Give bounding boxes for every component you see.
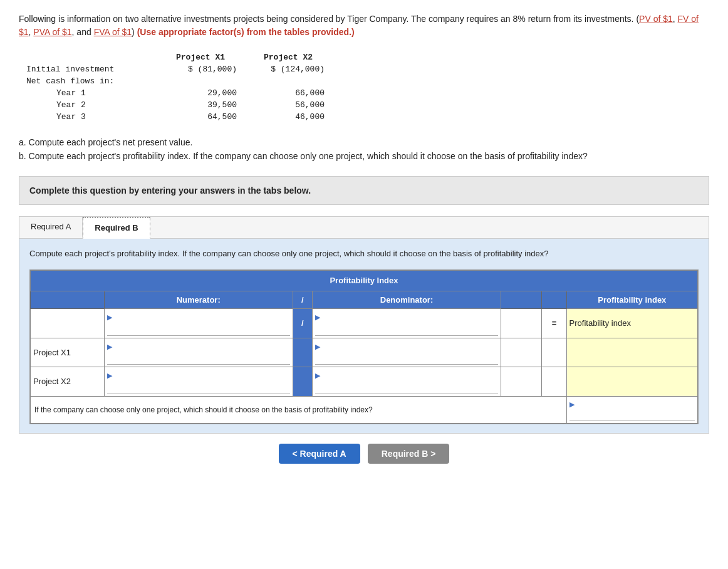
pi-x2-empty xyxy=(501,367,541,397)
year1-label: Year 1 xyxy=(19,87,157,99)
tri-marker-4: ▶ xyxy=(315,343,320,350)
pi-x2-slash xyxy=(293,367,312,397)
year3-x1: 64,500 xyxy=(157,111,244,123)
pi-x1-empty xyxy=(501,338,541,367)
table-label-header xyxy=(19,51,157,63)
table-row-initial: Initial investment $ (81,000) $ (124,000… xyxy=(19,63,332,75)
tab-required-a[interactable]: Required A xyxy=(19,217,83,238)
pva-link[interactable]: PVA of $1 xyxy=(33,27,71,37)
pi-slash-row: / xyxy=(293,309,312,338)
pi-slash-header: / xyxy=(293,291,312,309)
year2-x1: 39,500 xyxy=(157,99,244,111)
pi-x1-numerator-input[interactable] xyxy=(107,352,290,365)
year3-x2: 46,000 xyxy=(244,111,332,123)
intro-paragraph: Following is information on two alternat… xyxy=(19,13,709,39)
pi-sub-header-row: Numerator: / Denominator: Profitability … xyxy=(31,291,698,309)
pi-choose-row: If the company can choose only one proje… xyxy=(31,396,698,423)
pi-blank-col xyxy=(501,309,541,338)
pi-x2-result xyxy=(566,367,697,397)
pi-x2-numerator-input[interactable] xyxy=(107,382,290,394)
pi-x2-denominator-input[interactable] xyxy=(315,382,498,394)
pi-blank-input-row: ▶ / ▶ = Profitability index xyxy=(31,309,698,338)
sep1: , xyxy=(673,14,678,24)
tri-marker-2: ▶ xyxy=(315,313,320,321)
project-x2-header: Project X2 xyxy=(244,51,332,63)
pi-denom-input-blank[interactable]: ▶ xyxy=(313,309,501,338)
tri-marker-3: ▶ xyxy=(107,343,112,350)
tri-marker-6: ▶ xyxy=(315,372,320,379)
project-x1-header: Project X1 xyxy=(157,51,244,63)
pi-equals-cell: = xyxy=(542,309,566,338)
pi-x1-slash xyxy=(293,338,312,367)
pi-table: Profitability Index Numerator: / Denomin… xyxy=(30,270,698,424)
pi-empty-header xyxy=(31,291,105,309)
net-cash-label: Net cash flows in: xyxy=(19,75,157,87)
pi-x1-equals-empty xyxy=(542,338,566,367)
pi-x2-denominator-cell[interactable]: ▶ xyxy=(313,367,501,397)
pi-x1-result xyxy=(566,338,697,367)
pi-result-header: Profitability index xyxy=(566,291,697,309)
tri-marker-5: ▶ xyxy=(107,372,112,379)
table-row-year2: Year 2 39,500 56,000 xyxy=(19,99,332,111)
initial-x2-value: $ (124,000) xyxy=(244,63,332,75)
year3-label: Year 3 xyxy=(19,111,157,123)
prev-required-a-button[interactable]: < Required A xyxy=(279,444,360,464)
year1-x1: 29,000 xyxy=(157,87,244,99)
pv-link[interactable]: PV of $1 xyxy=(639,14,673,24)
choose-question: If the company can choose only one proje… xyxy=(31,396,567,423)
table-row-netcash: Net cash flows in: xyxy=(19,75,332,87)
year2-x2: 56,000 xyxy=(244,99,332,111)
pi-result-blank: Profitability index xyxy=(566,309,697,338)
tab-description: Compute each project's profitability ind… xyxy=(29,248,699,260)
question-b: b. Compute each project's profitability … xyxy=(19,149,709,163)
intro-text-1: Following is information on two alternat… xyxy=(19,14,639,24)
fva-link[interactable]: FVA of $1 xyxy=(94,27,132,37)
next-required-b-button[interactable]: Required B > xyxy=(368,444,450,464)
pi-project-x1-row: Project X1 ▶ ▶ xyxy=(31,338,698,367)
sep3: , and xyxy=(72,27,94,37)
pi-denominator-header: Denominator: xyxy=(313,291,501,309)
tri-marker-7: ▶ xyxy=(569,400,575,408)
pi-table-wrapper: Profitability Index Numerator: / Denomin… xyxy=(29,269,699,424)
questions-section: a. Compute each project's net present va… xyxy=(19,135,709,164)
pi-result-label-inline: Profitability index xyxy=(569,318,631,328)
tabs-container: Required A Required B Compute each proje… xyxy=(19,216,709,434)
instruction-text: Complete this question by entering your … xyxy=(29,185,311,196)
initial-x1-value: $ (81,000) xyxy=(157,63,244,75)
pi-equals-header xyxy=(542,291,566,309)
pi-title-row: Profitability Index xyxy=(31,271,698,291)
pi-num-input-blank[interactable]: ▶ xyxy=(104,309,293,338)
table-row-year1: Year 1 29,000 66,000 xyxy=(19,87,332,99)
tri-marker-1: ▶ xyxy=(107,313,112,321)
question-a: a. Compute each project's net present va… xyxy=(19,135,709,149)
pi-x2-equals-empty xyxy=(542,367,566,397)
tabs-row: Required A Required B xyxy=(19,217,709,239)
pi-blank-label xyxy=(31,309,105,338)
tab-content-required-b: Compute each project's profitability ind… xyxy=(19,239,709,433)
bold-instruction: (Use appropriate factor(s) from the tabl… xyxy=(137,27,355,37)
tab-required-b[interactable]: Required B xyxy=(83,217,150,239)
choose-answer-input[interactable] xyxy=(569,411,695,420)
data-table: Project X1 Project X2 Initial investment… xyxy=(19,51,332,123)
pi-project-x2-row: Project X2 ▶ ▶ xyxy=(31,367,698,397)
pi-denominator-blank-input[interactable] xyxy=(315,323,498,336)
initial-investment-label: Initial investment xyxy=(19,63,157,75)
bottom-nav: < Required A Required B > xyxy=(19,444,709,464)
year2-label: Year 2 xyxy=(19,99,157,111)
year1-x2: 66,000 xyxy=(244,87,332,99)
pi-choose-answer-cell[interactable]: ▶ xyxy=(566,396,697,423)
pi-title: Profitability Index xyxy=(31,271,698,291)
pi-x1-denominator-input[interactable] xyxy=(315,352,498,365)
pi-x1-numerator-cell[interactable]: ▶ xyxy=(104,338,293,367)
pi-numerator-blank-input[interactable] xyxy=(107,323,290,336)
net-cash-x1 xyxy=(157,75,244,87)
pi-x1-label: Project X1 xyxy=(31,338,105,367)
net-cash-x2 xyxy=(244,75,332,87)
table-header-row: Project X1 Project X2 xyxy=(19,51,332,63)
instruction-box: Complete this question by entering your … xyxy=(19,176,709,205)
pi-x1-denominator-cell[interactable]: ▶ xyxy=(313,338,501,367)
pi-empty-header-2 xyxy=(501,291,541,309)
table-row-year3: Year 3 64,500 46,000 xyxy=(19,111,332,123)
pi-x2-label: Project X2 xyxy=(31,367,105,397)
pi-x2-numerator-cell[interactable]: ▶ xyxy=(104,367,293,397)
